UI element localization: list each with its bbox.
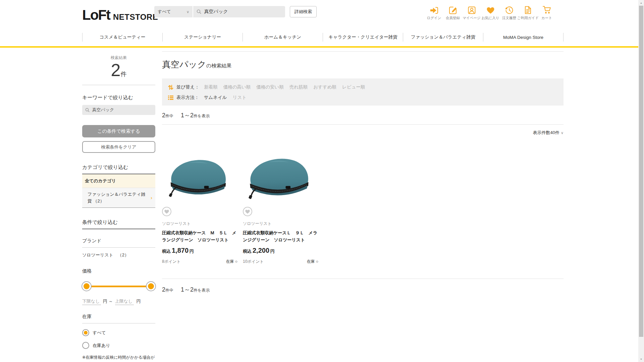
cart-link[interactable]: カート: [537, 5, 556, 20]
browser-scrollbar[interactable]: ▲ ▼: [638, 0, 644, 362]
page-title-keyword: 真空パック: [162, 59, 206, 69]
search-icon: [197, 9, 202, 14]
loft-logo-text: LoFt: [82, 8, 110, 22]
keyword-filter-input[interactable]: [92, 108, 152, 113]
category-item-fashion[interactable]: ファッション＆バラエティ雑貨 （2） ›: [82, 188, 155, 208]
price-unit-end: 円: [137, 298, 141, 304]
header-quick-links: ログイン 会員登録 マイページ: [425, 5, 556, 20]
product-price: 税込1,870円: [162, 247, 243, 254]
product-stock: 在庫 ○: [307, 259, 318, 264]
chevron-down-icon: ∨: [186, 10, 189, 14]
advanced-search-button[interactable]: 詳細検索: [290, 6, 317, 17]
header-search-input[interactable]: [204, 9, 282, 14]
per-page-select[interactable]: 表示件数40件∨: [162, 130, 564, 136]
keyword-input-wrap: [82, 105, 155, 115]
chevron-right-icon: ›: [151, 194, 152, 202]
login-link[interactable]: ログイン: [425, 5, 443, 20]
results-bottom-divider: [162, 279, 564, 279]
sort-display-bar: 並び替え： 新着順 価格の高い順 価格の安い順 売れ筋順 おすすめ順 レビュー順…: [162, 78, 564, 106]
radio-unchecked-icon[interactable]: [82, 342, 89, 349]
nav-item-character[interactable]: キャラクター・クリエイター雑貨: [323, 33, 403, 42]
filter-sidebar: 検索結果 2件 キーワードで絞り込む この条件で検索する 検索条件をクリア カテ…: [82, 48, 155, 362]
display-row: 表示方法： サムネイル リスト: [168, 95, 557, 101]
mypage-link[interactable]: マイページ: [462, 5, 481, 20]
product-stock: 在庫 ○: [226, 259, 237, 264]
price-input-row: 円 ～ 円: [82, 298, 155, 305]
register-link[interactable]: 会員登録: [443, 5, 462, 20]
clear-conditions-button[interactable]: 検索条件をクリア: [82, 141, 155, 153]
nav-item-stationery[interactable]: ステーショナリー: [162, 33, 243, 42]
document-icon: [524, 5, 532, 14]
result-summary-top: 2件中1～2件を表示: [162, 111, 564, 125]
stock-heading: 在庫: [82, 314, 155, 323]
display-option-list[interactable]: リスト: [233, 95, 247, 101]
stock-option-all[interactable]: すべて: [82, 329, 155, 336]
favorites-link[interactable]: お気に入り: [481, 5, 500, 20]
sidebar-search-button[interactable]: この条件で検索する: [82, 125, 155, 137]
favorite-button[interactable]: [243, 207, 252, 216]
sort-option-newest[interactable]: 新着順: [204, 84, 218, 90]
display-option-thumbnail[interactable]: サムネイル: [204, 95, 227, 101]
product-title[interactable]: 圧縮式衣類収納ケースＬ ９Ｌ メランジグリーン ソロツーリスト: [243, 230, 324, 244]
netstore-logo-text: NETSTORE: [113, 12, 158, 22]
product-grid: ソロツーリスト 圧縮式衣類収納ケース Ｍ ５Ｌ メランジグリーン ソロツーリスト…: [162, 155, 564, 264]
stock-option-instock[interactable]: 在庫あり: [82, 342, 155, 349]
condition-filter-heading: 条件で絞り込む: [82, 219, 155, 229]
nav-item-moma[interactable]: MoMA Design Store: [483, 33, 564, 42]
sidebar-divider: [82, 85, 155, 85]
radio-checked-icon[interactable]: [82, 329, 89, 336]
sort-option-bestseller[interactable]: 売れ筋順: [289, 84, 308, 90]
per-page-label: 表示件数40件: [533, 130, 559, 135]
search-results-main: 真空パックの検索結果 並び替え： 新着順 価格の高い順 価格の安い順 売れ筋順 …: [162, 51, 564, 294]
nav-item-cosme[interactable]: コスメ＆ビューティー: [82, 33, 162, 42]
category-filter-heading: カテゴリで絞り込む: [82, 164, 155, 174]
page-title: 真空パックの検索結果: [162, 59, 564, 70]
sort-option-price-low[interactable]: 価格の安い順: [256, 84, 284, 90]
price-heading: 価格: [82, 268, 155, 274]
heart-icon: [486, 5, 495, 14]
search-input-wrap: [193, 6, 285, 17]
price-unit-mid: 円 ～: [103, 298, 113, 304]
order-history-link[interactable]: 注文履歴: [500, 5, 519, 20]
result-count-unit: 件: [120, 71, 126, 77]
sort-option-price-high[interactable]: 価格の高い順: [223, 84, 251, 90]
product-title[interactable]: 圧縮式衣類収納ケース Ｍ ５Ｌ メランジグリーン ソロツーリスト: [162, 230, 243, 244]
nav-item-home-kitchen[interactable]: ホーム＆キッチン: [243, 33, 323, 42]
category-item-label: ファッション＆バラエティ雑貨 （2）: [88, 192, 145, 203]
list-view-icon: [168, 95, 173, 100]
search-category-select[interactable]: すべて ∨: [154, 6, 193, 17]
nav-item-fashion-variety[interactable]: ファッション＆バラエティ雑貨: [403, 33, 483, 42]
price-max-input[interactable]: [115, 299, 134, 305]
result-count: 2件: [82, 61, 155, 79]
product-meta: 10ポイント 在庫 ○: [243, 259, 324, 264]
result-summary-bottom: 2件中1～2件を表示: [162, 286, 564, 294]
display-label: 表示方法：: [176, 95, 199, 101]
brand-item-solotourist[interactable]: ソロツーリスト （2）: [82, 252, 155, 258]
search-icon: [85, 108, 90, 113]
sort-option-recommended[interactable]: おすすめ順: [313, 84, 336, 90]
product-image[interactable]: [165, 155, 231, 204]
content: 検索結果 2件 キーワードで絞り込む この条件で検索する 検索条件をクリア カテ…: [0, 48, 644, 362]
product-points: 8ポイント: [162, 259, 181, 264]
price-min-input[interactable]: [82, 299, 101, 305]
price-slider-handle-min[interactable]: [82, 282, 91, 291]
scrollbar-down-arrow[interactable]: ▼: [638, 356, 644, 362]
guide-link[interactable]: ご利用ガイド: [519, 5, 537, 20]
product-meta: 8ポイント 在庫 ○: [162, 259, 243, 264]
mypage-icon: [468, 5, 476, 14]
product-price: 税込2,200円: [243, 247, 324, 254]
scrollbar-thumb[interactable]: [639, 6, 643, 337]
keyword-filter-heading: キーワードで絞り込む: [82, 95, 155, 101]
sort-option-review[interactable]: レビュー順: [342, 84, 365, 90]
category-all-item[interactable]: 全てのカテゴリ: [82, 174, 155, 188]
price-slider-track: [86, 286, 151, 287]
scrollbar-up-arrow[interactable]: ▲: [638, 0, 644, 6]
product-points: 10ポイント: [243, 259, 264, 264]
sort-label: 並び替え：: [176, 84, 199, 90]
product-image[interactable]: [243, 152, 315, 207]
loft-netstore-logo[interactable]: LoFt NETSTORE: [82, 8, 158, 22]
product-card: ソロツーリスト 圧縮式衣類収納ケース Ｍ ５Ｌ メランジグリーン ソロツーリスト…: [162, 155, 243, 264]
product-card: ソロツーリスト 圧縮式衣類収納ケースＬ ９Ｌ メランジグリーン ソロツーリスト …: [243, 155, 324, 264]
favorite-button[interactable]: [162, 207, 171, 216]
price-slider-handle-max[interactable]: [147, 282, 155, 291]
